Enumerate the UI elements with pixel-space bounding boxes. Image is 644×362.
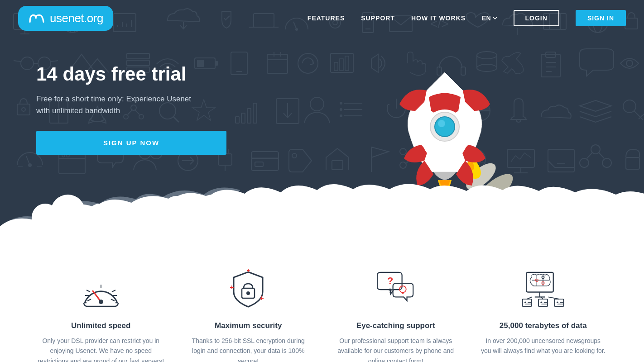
- svg-point-48: [298, 53, 318, 73]
- feature-support: ? Eye-catching support Our professional …: [332, 267, 459, 362]
- login-button[interactable]: LOGIN: [514, 10, 559, 26]
- svg-text:?: ?: [387, 275, 393, 286]
- svg-rect-205: [555, 299, 564, 306]
- svg-point-151: [438, 120, 445, 127]
- svg-rect-51: [340, 59, 343, 71]
- clouds-svg: [0, 172, 644, 231]
- hero-subtitle: Free for a short time only: Experience U…: [36, 93, 235, 116]
- svg-point-180: [246, 291, 250, 295]
- signin-button[interactable]: SIGN IN: [576, 10, 626, 26]
- feature-support-title: Eye-catching support: [356, 321, 435, 330]
- shield-icon: [226, 268, 271, 311]
- feature-security-desc: Thanks to 256-bit SSL encryption during …: [185, 336, 312, 362]
- logo-domain: .org: [84, 11, 103, 25]
- support-icon: ?: [373, 268, 418, 311]
- svg-point-91: [340, 114, 342, 117]
- svg-point-165: [518, 196, 551, 229]
- feature-support-desc: Our professional support team is always …: [332, 336, 459, 362]
- svg-point-155: [129, 198, 161, 229]
- nav-how-it-works[interactable]: HOW IT WORKS: [411, 14, 466, 22]
- svg-point-90: [340, 108, 342, 111]
- svg-line-168: [87, 299, 91, 301]
- features-section: Unlimited speed Only your DSL provider c…: [0, 231, 644, 362]
- feature-speed-icon-wrap: [78, 267, 124, 312]
- feature-data-desc: In over 200,000 uncensored newsgroups yo…: [480, 336, 606, 356]
- svg-point-153: [51, 195, 85, 229]
- feature-data: 25,000 terabytes of data In over 200,000…: [480, 267, 606, 356]
- svg-line-141: [587, 152, 592, 158]
- svg-point-98: [623, 100, 636, 113]
- feature-speed-title: Unlimited speed: [71, 321, 130, 330]
- feature-speed-desc: Only your DSL provider can restrict you …: [38, 336, 164, 362]
- svg-point-156: [162, 196, 191, 225]
- svg-point-167: [600, 198, 632, 229]
- nav-support[interactable]: SUPPORT: [361, 14, 395, 22]
- svg-rect-50: [334, 62, 338, 71]
- svg-point-159: [280, 197, 309, 226]
- language-selector[interactable]: EN: [482, 14, 497, 22]
- svg-point-154: [87, 204, 112, 229]
- svg-point-85: [310, 97, 324, 111]
- svg-point-210: [541, 301, 543, 303]
- feature-support-icon-wrap: ?: [373, 267, 418, 312]
- svg-marker-97: [580, 100, 611, 111]
- svg-point-140: [602, 158, 611, 167]
- feature-speed: Unlimited speed Only your DSL provider c…: [38, 267, 164, 362]
- svg-point-164: [476, 191, 512, 227]
- language-label: EN: [482, 14, 490, 22]
- svg-line-142: [599, 152, 604, 158]
- svg-line-170: [87, 290, 90, 292]
- nav-features[interactable]: FEATURES: [308, 14, 345, 22]
- svg-point-211: [557, 301, 558, 303]
- svg-point-89: [340, 102, 342, 105]
- chevron-down-icon: [493, 17, 497, 19]
- hero-title: 14 days free trial: [36, 63, 235, 85]
- svg-line-208: [548, 297, 559, 299]
- feature-security-icon-wrap: [226, 267, 271, 312]
- svg-rect-122: [332, 161, 343, 170]
- feature-security-title: Maximum security: [215, 321, 282, 330]
- hero-section: </>: [0, 0, 644, 231]
- svg-point-166: [561, 196, 590, 225]
- svg-point-158: [237, 192, 270, 224]
- feature-security: Maximum security Thanks to 256-bit SSL e…: [185, 267, 312, 362]
- svg-line-171: [111, 299, 115, 301]
- feature-data-icon-wrap: [520, 267, 566, 312]
- feature-data-title: 25,000 terabytes of data: [500, 321, 587, 330]
- svg-rect-136: [548, 149, 574, 172]
- header: usenet.org FEATURES SUPPORT HOW IT WORKS…: [0, 0, 644, 36]
- logo-icon: [28, 12, 45, 24]
- logo-name: usenet: [50, 11, 84, 25]
- svg-rect-143: [626, 157, 639, 169]
- svg-line-173: [112, 290, 115, 292]
- signup-button[interactable]: SIGN UP NOW: [36, 131, 226, 155]
- svg-rect-203: [523, 299, 532, 306]
- svg-rect-52: [345, 56, 349, 71]
- svg-point-176: [99, 300, 103, 304]
- logo-text: usenet.org: [50, 11, 103, 25]
- svg-point-157: [195, 195, 231, 231]
- svg-point-163: [438, 197, 467, 226]
- svg-rect-204: [538, 299, 548, 306]
- svg-point-150: [435, 117, 455, 137]
- svg-point-121: [292, 153, 297, 158]
- svg-point-161: [356, 196, 387, 227]
- svg-point-65: [626, 60, 633, 67]
- speedometer-icon: [78, 269, 124, 310]
- svg-point-162: [396, 192, 428, 224]
- logo[interactable]: usenet.org: [18, 6, 113, 31]
- main-nav: FEATURES SUPPORT HOW IT WORKS EN LOGIN S…: [308, 10, 626, 26]
- svg-point-160: [313, 192, 348, 226]
- server-icon: [520, 268, 566, 311]
- svg-point-209: [524, 301, 526, 303]
- svg-point-139: [580, 158, 589, 167]
